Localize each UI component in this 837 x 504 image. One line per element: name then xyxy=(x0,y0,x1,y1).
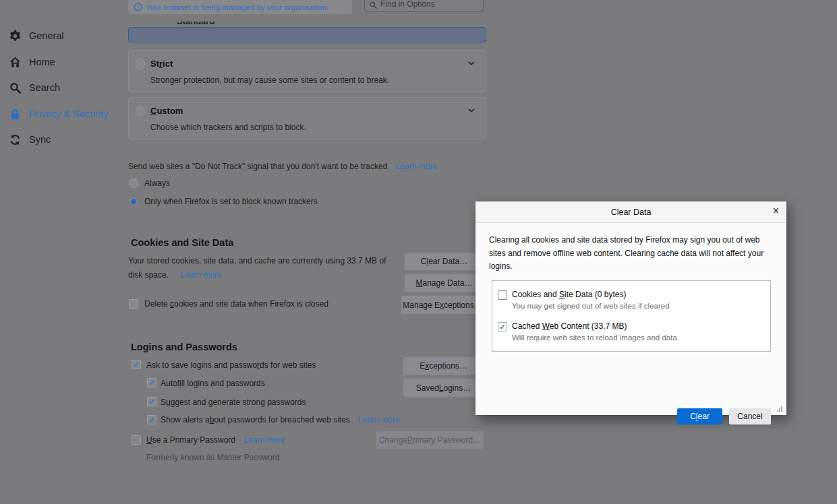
primary-password-row: Use a Primary Password Learn more xyxy=(146,435,285,445)
breach-alerts-row: Show alerts about passwords for breached… xyxy=(161,415,400,424)
primary-password-label[interactable]: Use a Primary Password xyxy=(146,435,235,445)
gear-icon xyxy=(9,30,21,42)
search-icon xyxy=(9,82,21,94)
custom-radio[interactable] xyxy=(136,106,145,116)
search-icon xyxy=(370,1,377,9)
etp-standard-option-selected[interactable] xyxy=(128,27,486,42)
info-icon xyxy=(134,3,142,11)
delete-cookies-checkbox[interactable] xyxy=(129,299,138,309)
cookies-site-data-label[interactable]: Cookies and Site Data (0 bytes) xyxy=(512,290,626,299)
sidebar-item-label: Search xyxy=(29,82,60,93)
cookies-learn-more-link[interactable]: Learn more xyxy=(180,270,221,280)
cookies-usage-line2-row: disk space. Learn more xyxy=(128,270,222,280)
dialog-body: Clearing all cookies and site data store… xyxy=(475,223,786,416)
logins-section-title: Logins and Passwords xyxy=(131,342,237,352)
sidebar-item-home[interactable]: Home xyxy=(9,55,124,69)
clear-data-item-list: Cookies and Site Data (0 bytes) You may … xyxy=(492,280,771,352)
dnt-always-label[interactable]: Always xyxy=(144,179,170,188)
suggest-passwords-checkbox[interactable]: ✓ xyxy=(147,397,156,406)
breach-alerts-learn-more-link[interactable]: Learn more xyxy=(358,415,399,424)
sidebar-item-label: General xyxy=(29,30,64,41)
dnt-row: Send web sites a "Do Not Track" signal t… xyxy=(128,162,437,171)
lock-icon xyxy=(9,108,21,120)
ask-save-logins-label[interactable]: Ask to save logins and passwords for web… xyxy=(146,360,316,370)
manage-exceptions-button[interactable]: Manage Exceptions… xyxy=(401,296,484,314)
sidebar-item-label: Home xyxy=(29,57,55,67)
standard-option-clipped-label: Standard xyxy=(177,22,231,27)
clear-button[interactable]: Clear xyxy=(677,408,722,424)
strict-description: Stronger protection, but may cause some … xyxy=(150,75,389,85)
sidebar-item-privacy-security[interactable]: Privacy & Security xyxy=(9,107,124,121)
suggest-passwords-label[interactable]: Suggest and generate strong passwords xyxy=(161,398,306,407)
cookies-usage-line2: disk space. xyxy=(128,270,169,280)
strict-radio[interactable] xyxy=(136,59,145,69)
custom-description: Choose which trackers and scripts to blo… xyxy=(150,123,306,132)
chevron-down-icon[interactable] xyxy=(468,108,475,113)
exceptions-button[interactable]: Exceptions… xyxy=(403,357,484,375)
dnt-only-when-radio[interactable] xyxy=(129,197,138,206)
autofill-label[interactable]: Autofill logins and passwords xyxy=(161,379,265,388)
breach-alerts-label[interactable]: Show alerts about passwords for breached… xyxy=(161,415,350,424)
cookies-site-data-subtext: You may get signed out of web sites if c… xyxy=(512,302,670,310)
find-in-options-input[interactable]: Find in Options xyxy=(364,0,484,12)
sync-icon xyxy=(9,134,21,146)
etp-custom-option[interactable]: Custom Choose which trackers and scripts… xyxy=(128,97,486,139)
dnt-always-radio[interactable] xyxy=(129,179,138,188)
home-icon xyxy=(9,57,21,68)
resize-grip[interactable] xyxy=(776,406,783,412)
dialog-titlebar: Clear Data × xyxy=(475,201,786,223)
sidebar-item-general[interactable]: General xyxy=(9,29,124,42)
cached-web-content-label[interactable]: Cached Web Content (33.7 MB) xyxy=(512,321,627,331)
clear-data-dialog: Clear Data × Clearing all cookies and si… xyxy=(475,201,786,415)
dnt-label: Send web sites a "Do Not Track" signal t… xyxy=(128,162,387,171)
sidebar-item-search[interactable]: Search xyxy=(9,81,124,94)
strict-label: Strict xyxy=(150,59,173,69)
cancel-button[interactable]: Cancel xyxy=(729,408,771,424)
chevron-down-icon[interactable] xyxy=(468,61,475,65)
cached-web-content-subtext: Will require web sites to reload images … xyxy=(512,334,677,342)
autofill-checkbox[interactable]: ✓ xyxy=(147,378,156,387)
close-icon[interactable]: × xyxy=(773,204,779,218)
managed-browser-notice[interactable]: Your browser is being managed by your or… xyxy=(128,0,352,14)
sidebar-item-label: Sync xyxy=(29,134,51,145)
ask-save-logins-checkbox[interactable]: ✓ xyxy=(132,360,141,369)
firefox-preferences-page: General Home Search Privacy & Security S… xyxy=(0,0,837,504)
managed-notice-text: Your browser is being managed by your or… xyxy=(146,3,328,11)
dialog-description: Clearing all cookies and site data store… xyxy=(489,234,763,274)
change-primary-password-button: Change Primary Password… xyxy=(376,431,484,449)
breach-alerts-checkbox[interactable]: ✓ xyxy=(147,415,156,424)
cookies-site-data-checkbox[interactable] xyxy=(498,290,507,300)
clear-data-button[interactable]: Clear Data… xyxy=(405,253,484,270)
delete-cookies-label[interactable]: Delete cookies and site data when Firefo… xyxy=(144,299,328,309)
custom-label: Custom xyxy=(150,106,183,116)
dnt-only-when-label[interactable]: Only when Firefox is set to block known … xyxy=(144,197,318,206)
search-placeholder: Find in Options xyxy=(380,0,435,9)
cached-web-content-checkbox[interactable]: ✓ xyxy=(498,322,507,332)
cookies-section-title: Cookies and Site Data xyxy=(131,237,233,248)
dnt-learn-more-link[interactable]: Learn more xyxy=(396,162,437,171)
dialog-title: Clear Data xyxy=(611,208,652,217)
cookies-usage-line1: Your stored cookies, site data, and cach… xyxy=(128,256,386,265)
manage-data-button[interactable]: Manage Data… xyxy=(405,274,484,292)
sidebar-item-sync[interactable]: Sync xyxy=(9,133,124,146)
etp-strict-option[interactable]: Strict Stronger protection, but may caus… xyxy=(128,50,486,92)
formerly-master-password-note: Formerly known as Master Password xyxy=(146,453,279,462)
primary-password-checkbox[interactable] xyxy=(132,435,141,445)
sidebar-item-label: Privacy & Security xyxy=(29,108,109,119)
primary-password-learn-more-link[interactable]: Learn more xyxy=(243,435,285,445)
saved-logins-button[interactable]: Saved Logins… xyxy=(403,379,484,397)
